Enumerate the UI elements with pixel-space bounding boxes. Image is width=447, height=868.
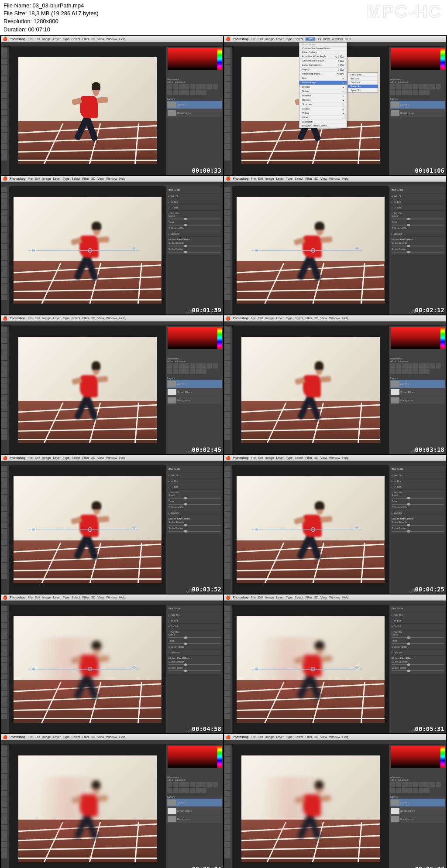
adjustment-icon[interactable] xyxy=(184,363,189,369)
tool-slot[interactable] xyxy=(224,751,230,756)
menu-help[interactable]: Help xyxy=(342,735,348,738)
blur-path-point[interactable] xyxy=(311,527,315,532)
options-bar[interactable] xyxy=(1,740,223,745)
menu-filter[interactable]: Filter xyxy=(306,596,313,599)
tool-slot[interactable] xyxy=(224,836,230,841)
apple-icon[interactable]: 🍎 xyxy=(226,316,230,321)
adjustment-icon[interactable] xyxy=(173,90,178,95)
adjustment-icon[interactable] xyxy=(179,782,184,787)
blur-path-point[interactable] xyxy=(88,527,92,532)
adjustment-icon[interactable] xyxy=(390,363,395,369)
tool-slot[interactable] xyxy=(1,110,7,115)
tool-slot[interactable] xyxy=(1,412,7,417)
apple-icon[interactable]: 🍎 xyxy=(3,595,7,600)
menu-3d[interactable]: 3D xyxy=(91,456,95,459)
macos-menubar[interactable]: 🍎PhotoshopFileEditImageLayerTypeSelectFi… xyxy=(224,315,446,321)
path-blur-section[interactable]: ▾ Path BlurSpeedTaper☑ Centered Blur xyxy=(167,629,222,649)
blur-option[interactable]: ▸ Tilt-Shift xyxy=(167,484,222,489)
blur-option[interactable]: ▸ Tilt-Shift xyxy=(167,205,222,210)
video-thumbnail[interactable]: 🍎PhotoshopFileEditImageLayerTypeSelectFi… xyxy=(224,455,446,594)
tool-slot[interactable] xyxy=(1,204,7,209)
macos-menubar[interactable]: 🍎PhotoshopFileEditImageLayerTypeSelectFi… xyxy=(1,455,223,461)
tool-slot[interactable] xyxy=(224,568,230,574)
right-panels[interactable]: AdjustmentsAdd an adjustmentLayersLayer … xyxy=(389,47,446,175)
tool-slot[interactable] xyxy=(1,606,7,611)
adjustment-icon[interactable] xyxy=(167,84,172,89)
blur-path-point[interactable] xyxy=(355,246,359,250)
adjustment-icon[interactable] xyxy=(196,782,201,787)
menu-edit[interactable]: Edit xyxy=(35,38,40,41)
canvas-area[interactable] xyxy=(9,745,166,868)
filter-dropdown[interactable]: Blur GalleryConvert for Smart FiltersFil… xyxy=(299,42,347,128)
tool-slot[interactable] xyxy=(1,512,7,517)
tools-panel[interactable] xyxy=(224,326,232,454)
tool-slot[interactable] xyxy=(1,517,7,523)
menu-edit[interactable]: Edit xyxy=(258,596,263,599)
tool-slot[interactable] xyxy=(224,272,230,277)
blur-option[interactable]: ▸ Iris Blur xyxy=(390,199,445,205)
blur-option[interactable]: ▸ Field Blur xyxy=(390,612,445,618)
tool-slot[interactable] xyxy=(224,383,230,389)
tool-slot[interactable] xyxy=(1,210,7,215)
adjustment-icon[interactable] xyxy=(196,90,201,95)
adjustment-icon[interactable] xyxy=(402,782,407,787)
tool-slot[interactable] xyxy=(1,779,7,785)
adjustment-icon[interactable] xyxy=(402,84,407,89)
adjustment-icon[interactable] xyxy=(430,363,435,369)
tool-slot[interactable] xyxy=(224,478,230,483)
menu-help[interactable]: Help xyxy=(119,38,125,41)
menu-help[interactable]: Help xyxy=(342,177,348,180)
tool-slot[interactable] xyxy=(224,417,230,423)
tools-panel[interactable] xyxy=(224,605,232,733)
tool-slot[interactable] xyxy=(1,193,7,198)
tool-slot[interactable] xyxy=(224,221,230,226)
options-bar[interactable] xyxy=(1,42,223,47)
adjustment-icon[interactable] xyxy=(424,90,430,95)
tool-slot[interactable] xyxy=(224,500,230,506)
blur-option[interactable]: ▸ Iris Blur xyxy=(390,478,445,484)
convert-smart[interactable]: Convert for Smart Filters xyxy=(299,47,347,51)
tool-slot[interactable] xyxy=(1,663,7,668)
spin-blur-option[interactable]: ▸ Spin Blur xyxy=(167,650,222,655)
tool-slot[interactable] xyxy=(1,529,7,534)
blur-option[interactable]: ▸ Field Blur xyxy=(390,194,445,199)
tool-slot[interactable] xyxy=(1,255,7,260)
tool-slot[interactable] xyxy=(1,155,7,161)
tool-slot[interactable] xyxy=(1,378,7,383)
tool-slot[interactable] xyxy=(1,745,7,751)
color-panel[interactable] xyxy=(166,326,223,356)
adjustment-icon[interactable] xyxy=(390,369,395,374)
tool-slot[interactable] xyxy=(1,557,7,562)
adjustment-icon[interactable] xyxy=(407,788,413,793)
adjustment-icon[interactable] xyxy=(396,782,401,787)
tool-slot[interactable] xyxy=(1,383,7,389)
video-thumbnail[interactable]: 🍎PhotoshopFileEditImageLayerTypeSelectFi… xyxy=(1,315,223,454)
tool-slot[interactable] xyxy=(224,802,230,807)
blur-path-point[interactable] xyxy=(132,246,136,250)
adjustment-icon[interactable] xyxy=(167,90,172,95)
apple-icon[interactable]: 🍎 xyxy=(3,735,7,739)
macos-menubar[interactable]: 🍎PhotoshopFileEditImageLayerTypeSelectFi… xyxy=(224,36,446,42)
tool-slot[interactable] xyxy=(1,617,7,622)
tool-slot[interactable] xyxy=(224,517,230,523)
menu-view[interactable]: View xyxy=(323,38,330,41)
tool-slot[interactable] xyxy=(224,757,230,762)
layer-row[interactable]: Background xyxy=(390,109,445,117)
adjustment-icon[interactable] xyxy=(173,369,178,374)
menu-help[interactable]: Help xyxy=(119,177,125,180)
tool-slot[interactable] xyxy=(1,434,7,440)
menu-file[interactable]: File xyxy=(28,38,33,41)
menu-edit[interactable]: Edit xyxy=(35,177,40,180)
tool-slot[interactable] xyxy=(224,663,230,668)
adjustment-icon[interactable] xyxy=(190,788,195,793)
tool-slot[interactable] xyxy=(1,349,7,355)
tool-slot[interactable] xyxy=(224,483,230,489)
flashes-slider[interactable] xyxy=(392,252,444,253)
menu-filter[interactable]: Filter xyxy=(306,38,315,41)
tool-slot[interactable] xyxy=(224,150,230,155)
tool-slot[interactable] xyxy=(1,70,7,75)
blur-option[interactable]: ▸ Tilt-Shift xyxy=(390,484,445,489)
tool-slot[interactable] xyxy=(1,574,7,579)
tool-slot[interactable] xyxy=(224,344,230,349)
color-panel[interactable] xyxy=(389,47,446,77)
